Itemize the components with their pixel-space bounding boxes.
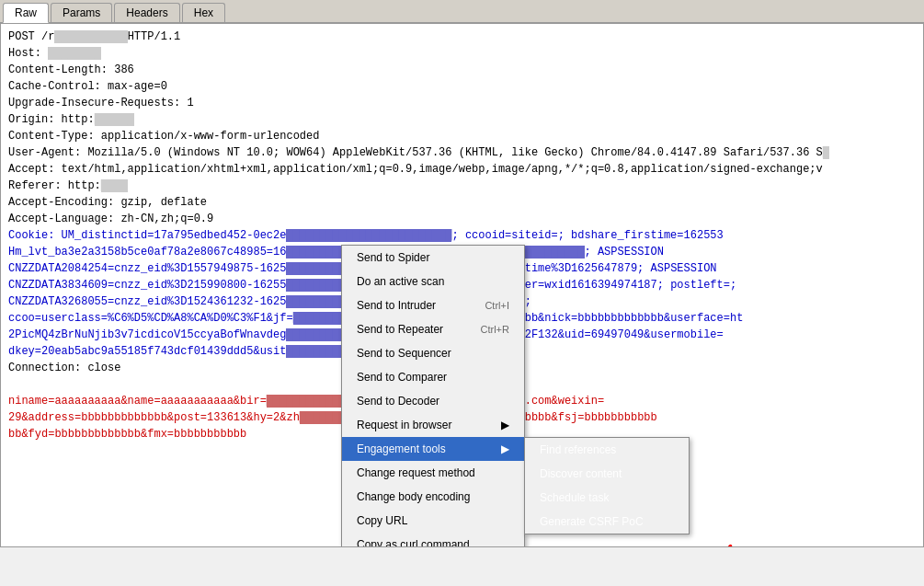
tab-hex[interactable]: Hex	[182, 3, 225, 22]
submenu-item-find-references[interactable]: Find references	[525, 438, 689, 462]
menu-item-send-to-decoder[interactable]: Send to Decoder	[342, 389, 524, 413]
menu-item-label: Send to Intruder	[357, 297, 436, 314]
menu-item-send-to-intruder[interactable]: Send to Intruder Ctrl+I	[342, 293, 524, 317]
request-line-4: Upgrade-Insecure-Requests: 1	[8, 95, 916, 111]
menu-item-label: Request in browser	[357, 417, 451, 433]
menu-item-label: Copy URL	[357, 512, 407, 529]
menu-item-label: Do an active scan	[357, 273, 444, 290]
submenu-item-label: Schedule task	[540, 489, 609, 506]
request-line-2: Content-Length: 386	[8, 62, 916, 78]
request-line-11: Accept-Language: zh-CN,zh;q=0.9	[8, 211, 916, 227]
tab-raw[interactable]: Raw	[3, 3, 49, 23]
submenu-item-discover-content[interactable]: Discover content	[525, 462, 689, 486]
menu-item-send-to-sequencer[interactable]: Send to Sequencer	[342, 341, 524, 365]
svg-marker-0	[696, 535, 738, 547]
tab-params[interactable]: Params	[51, 3, 112, 22]
request-line-6: Content-Type: application/x-www-form-url…	[8, 128, 916, 144]
request-line-10: Accept-Encoding: gzip, deflate	[8, 194, 916, 211]
menu-item-shortcut: Ctrl+R	[481, 322, 509, 338]
menu-item-copy-as-curl[interactable]: Copy as curl command	[342, 533, 524, 547]
menu-item-label: Send to Spider	[357, 249, 429, 266]
menu-item-active-scan[interactable]: Do an active scan	[342, 270, 524, 293]
request-line-0: POST /r███████████HTTP/1.1	[8, 29, 916, 45]
menu-item-shortcut: Ctrl+I	[485, 298, 509, 314]
request-line-8: Accept: text/html,application/xhtml+xml,…	[8, 161, 916, 178]
menu-item-send-to-comparer[interactable]: Send to Comparer	[342, 365, 524, 389]
menu-item-request-in-browser[interactable]: Request in browser ▶	[342, 413, 524, 437]
request-line-5: Origin: http:██████	[8, 111, 916, 128]
engagement-tools-submenu: Find references Discover content Schedul…	[524, 437, 690, 534]
menu-item-label: Change request method	[357, 465, 475, 481]
submenu-item-label: Generate CSRF PoC	[540, 513, 644, 530]
menu-item-send-to-spider[interactable]: Send to Spider	[342, 246, 524, 270]
menu-item-change-body-encoding[interactable]: Change body encoding	[342, 485, 524, 509]
submenu-arrow-icon: ▶	[501, 417, 509, 433]
menu-item-label: Copy as curl command	[357, 536, 470, 547]
menu-item-label: Send to Sequencer	[357, 345, 451, 362]
menu-item-label: Engagement tools	[357, 441, 446, 457]
request-line-7: User-Agent: Mozilla/5.0 (Windows NT 10.0…	[8, 144, 916, 161]
arrow-pointer	[696, 534, 742, 547]
submenu-item-label: Find references	[540, 442, 616, 458]
request-line-12: Cookie: UM_distinctid=17a795edbed452-0ec…	[8, 227, 916, 244]
submenu-item-generate-csrf-poc[interactable]: Generate CSRF PoC	[525, 510, 689, 534]
menu-item-engagement-tools[interactable]: Engagement tools ▶ Find references Disco…	[342, 437, 524, 461]
submenu-item-schedule-task[interactable]: Schedule task	[525, 486, 689, 510]
tab-headers[interactable]: Headers	[114, 3, 179, 22]
menu-item-send-to-repeater[interactable]: Send to Repeater Ctrl+R	[342, 317, 524, 341]
svg-line-1	[703, 546, 730, 548]
menu-item-label: Send to Comparer	[357, 369, 447, 385]
menu-item-copy-url[interactable]: Copy URL	[342, 509, 524, 533]
request-line-9: Referer: http:████	[8, 178, 916, 194]
request-line-1: Host: ████████	[8, 45, 916, 62]
menu-item-change-request-method[interactable]: Change request method	[342, 461, 524, 485]
submenu-arrow-icon: ▶	[501, 441, 509, 457]
tab-bar: Raw Params Headers Hex	[0, 0, 924, 23]
request-line-3: Cache-Control: max-age=0	[8, 78, 916, 95]
request-content: POST /r███████████HTTP/1.1 Host: ███████…	[0, 23, 924, 547]
menu-item-label: Send to Decoder	[357, 393, 439, 409]
context-menu: Send to Spider Do an active scan Send to…	[341, 245, 525, 547]
menu-item-label: Change body encoding	[357, 488, 470, 505]
submenu-item-label: Discover content	[540, 465, 622, 482]
menu-item-label: Send to Repeater	[357, 321, 443, 338]
